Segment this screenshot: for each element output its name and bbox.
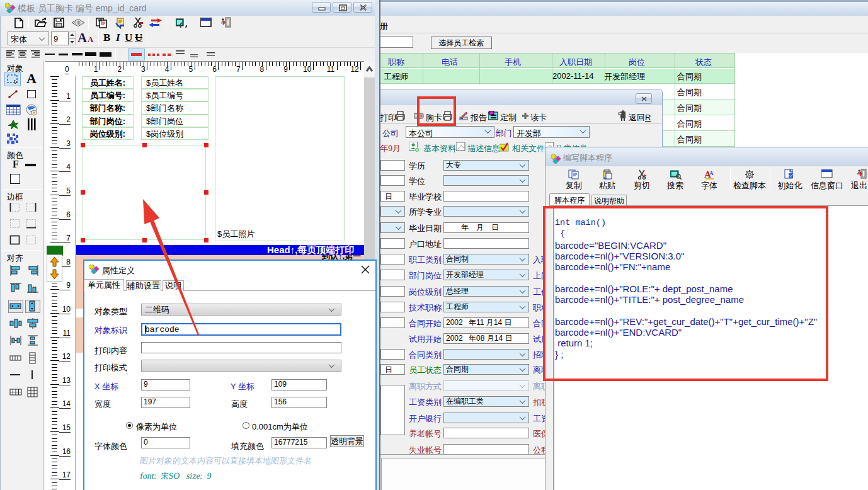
svg-text:A: A xyxy=(709,170,714,176)
